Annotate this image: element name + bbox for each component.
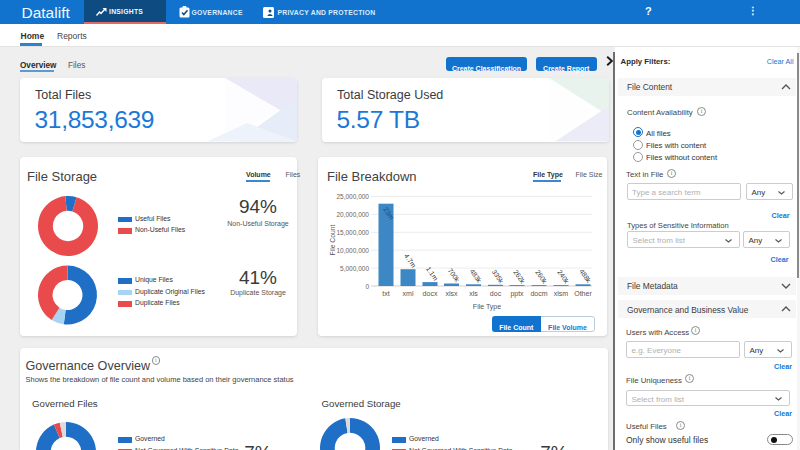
svg-text:txt: txt (382, 290, 389, 297)
svg-text:docm: docm (530, 290, 547, 297)
svg-text:260k: 260k (534, 269, 549, 286)
svg-text:4.7m: 4.7m (403, 252, 418, 269)
svg-text:5,000,000: 5,000,000 (340, 265, 369, 272)
svg-text:240k: 240k (556, 269, 571, 286)
svg-text:25,000,000: 25,000,000 (336, 193, 369, 200)
svg-text:File Type: File Type (473, 303, 501, 311)
svg-text:xml: xml (403, 290, 414, 297)
svg-text:xlsx: xlsx (445, 290, 458, 297)
svg-text:700k: 700k (447, 267, 462, 284)
svg-text:483k: 483k (469, 268, 484, 285)
svg-text:20,000,000: 20,000,000 (336, 211, 369, 218)
svg-text:488k: 488k (578, 268, 593, 285)
svg-text:docx: docx (423, 290, 438, 297)
svg-text:0: 0 (365, 283, 369, 290)
svg-text:xls: xls (469, 290, 478, 297)
svg-text:pptx: pptx (510, 290, 524, 298)
svg-text:262k: 262k (512, 269, 527, 286)
svg-text:doc: doc (490, 290, 502, 297)
svg-text:xlsm: xlsm (554, 290, 569, 297)
svg-text:335k: 335k (491, 268, 506, 285)
svg-text:15,000,000: 15,000,000 (336, 229, 369, 236)
svg-text:Other: Other (574, 290, 592, 297)
svg-text:10,000,000: 10,000,000 (336, 247, 369, 254)
svg-text:File Count: File Count (329, 224, 336, 255)
